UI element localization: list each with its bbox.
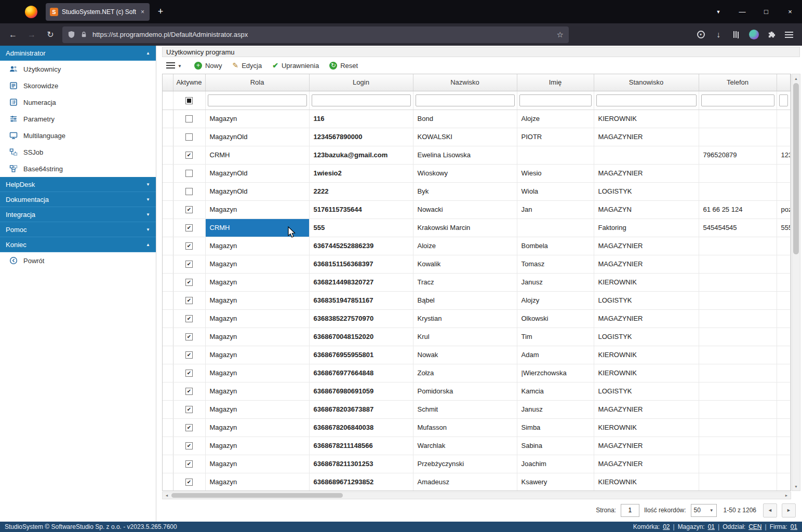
cell-stanowisko[interactable] [594, 146, 699, 164]
table-row[interactable]: MagazynOld1234567890000KOWALSKIPIOTRMAGA… [163, 128, 791, 146]
active-checkbox[interactable]: ✔ [185, 479, 193, 486]
new-button[interactable]: + Nowy [194, 62, 222, 70]
cell-nazwisko[interactable]: Ewelina Lisowska [413, 146, 517, 164]
table-row[interactable]: ✔Magazyn6368670048152020KrulTimLOGISTYK [163, 328, 791, 346]
cell-nazwisko[interactable]: Krakowski Marcin [413, 219, 517, 237]
table-row[interactable]: ✔Magazyn6368351947851167BąbelAlojzyLOGIS… [163, 291, 791, 309]
cell-imie[interactable] [517, 219, 594, 237]
grid-menu-button[interactable]: ▼ [164, 61, 184, 71]
cell-login[interactable]: 6368678211148566 [309, 436, 413, 455]
filter-stanowisko-input[interactable] [596, 94, 697, 106]
previous-page-button[interactable]: ◄ [763, 503, 777, 517]
cell-rola[interactable]: Magazyn [205, 455, 309, 473]
cell-stanowisko[interactable]: MAGAZYNIER [594, 255, 699, 273]
cell-stanowisko[interactable]: KIEROWNIK [594, 473, 699, 491]
cell-rola[interactable]: MagazynOld [205, 128, 309, 146]
cell-extra[interactable] [777, 473, 791, 491]
cell-rola[interactable]: Magazyn [205, 364, 309, 382]
cell-stanowisko[interactable]: MAGAZYNIER [594, 455, 699, 473]
active-checkbox[interactable]: ✔ [185, 370, 193, 377]
sidebar-item-skorowidze[interactable]: Skorowidze [0, 77, 156, 94]
sidebar-section-administrator[interactable]: Administrator ▲ [0, 46, 156, 61]
page-number-input[interactable] [621, 504, 639, 517]
cell-imie[interactable]: Olkowski [517, 309, 594, 328]
cell-rola[interactable]: Magazyn [205, 237, 309, 255]
cell-telefon[interactable] [699, 164, 777, 182]
cell-telefon[interactable] [699, 455, 777, 473]
cell-rola[interactable]: Magazyn [205, 436, 309, 455]
cell-rola[interactable]: Magazyn [205, 309, 309, 328]
cell-imie[interactable]: Alojzy [517, 291, 594, 309]
menu-hamburger-icon[interactable] [780, 26, 798, 43]
cell-login[interactable]: 5176115735644 [309, 200, 413, 219]
active-checkbox[interactable]: ✔ [185, 279, 193, 286]
cell-rola[interactable]: Magazyn [205, 255, 309, 273]
active-checkbox[interactable]: ✔ [185, 406, 193, 413]
cell-login[interactable]: 6368214498320727 [309, 273, 413, 291]
downloads-icon[interactable]: ↓ [710, 26, 727, 43]
cell-extra[interactable] [777, 128, 791, 146]
cell-login[interactable]: 6367445252886239 [309, 237, 413, 255]
cell-extra[interactable] [777, 237, 791, 255]
cell-telefon[interactable] [699, 273, 777, 291]
pocket-icon[interactable]: ▾ [692, 26, 710, 43]
cell-stanowisko[interactable]: Faktoring [594, 219, 699, 237]
sidebar-section-helpdesk[interactable]: HelpDesk ▼ [0, 177, 156, 192]
cell-extra[interactable] [777, 400, 791, 418]
cell-extra[interactable]: 123b [777, 146, 791, 164]
cell-telefon[interactable] [699, 400, 777, 418]
cell-stanowisko[interactable]: KIEROWNIK [594, 110, 699, 128]
scroll-down-icon[interactable]: ▼ [792, 482, 800, 490]
cell-telefon[interactable] [699, 346, 777, 364]
cell-stanowisko[interactable]: KIEROWNIK [594, 273, 699, 291]
cell-imie[interactable]: Tim [517, 328, 594, 346]
cell-imie[interactable]: Simba [517, 418, 594, 436]
cell-imie[interactable]: Janusz [517, 273, 594, 291]
column-header-extra[interactable] [777, 74, 791, 91]
active-checkbox[interactable]: ✔ [185, 333, 193, 340]
active-checkbox[interactable] [185, 170, 193, 177]
filter-nazwisko-input[interactable] [416, 94, 515, 106]
sidebar-item-numeracja[interactable]: Numeracja [0, 94, 156, 111]
cell-stanowisko[interactable]: KIEROWNIK [594, 346, 699, 364]
cell-nazwisko[interactable]: Nowacki [413, 200, 517, 219]
sidebar-item-ssjob[interactable]: SSJob [0, 144, 156, 160]
cell-login[interactable]: 6368151156368397 [309, 255, 413, 273]
browser-tab[interactable]: S StudioSystem.NET (c) Software × [46, 3, 150, 21]
table-row[interactable]: ✔Magazyn6368676955955801NowakAdamKIEROWN… [163, 346, 791, 364]
active-checkbox[interactable]: ✔ [185, 224, 193, 231]
lock-icon[interactable] [80, 31, 88, 38]
cell-extra[interactable] [777, 382, 791, 400]
cell-nazwisko[interactable]: Krul [413, 328, 517, 346]
sidebar-section-koniec[interactable]: Koniec ▲ [0, 237, 156, 252]
cell-stanowisko[interactable]: MAGAZYN [594, 200, 699, 219]
table-row[interactable]: ✔Magazyn6368678211301253PrzebżyczynskiJo… [163, 455, 791, 473]
cell-telefon[interactable] [699, 110, 777, 128]
cell-rola[interactable]: MagazynOld [205, 182, 309, 200]
oddzial-value[interactable]: CEN [748, 523, 761, 530]
cell-telefon[interactable] [699, 237, 777, 255]
sidebar-item-multilanguage[interactable]: Multilanguage [0, 127, 156, 144]
table-row[interactable]: ✔Magazyn6368678203673887SchmitJanuszMAGA… [163, 400, 791, 418]
scroll-up-icon[interactable]: ▲ [792, 74, 800, 83]
cell-imie[interactable]: PIOTR [517, 128, 594, 146]
horizontal-scrollbar[interactable]: ◄ ► [162, 492, 791, 499]
maximize-button[interactable]: □ [754, 0, 778, 23]
cell-login[interactable]: 2222 [309, 182, 413, 200]
bookmark-star-icon[interactable]: ☆ [557, 30, 564, 39]
column-header-rola[interactable]: Rola [205, 74, 309, 91]
close-button[interactable]: × [778, 0, 802, 23]
cell-login[interactable]: 6368676977664848 [309, 364, 413, 382]
cell-login[interactable]: 6368678203673887 [309, 400, 413, 418]
horizontal-scrollbar-thumb[interactable] [171, 493, 343, 498]
reload-button[interactable]: ↻ [42, 26, 59, 43]
cell-telefon[interactable]: 61 66 25 124 [699, 200, 777, 219]
vertical-scrollbar-thumb[interactable] [793, 83, 799, 254]
cell-nazwisko[interactable]: Kowalik [413, 255, 517, 273]
cell-extra[interactable] [777, 273, 791, 291]
cell-nazwisko[interactable]: Mufasson [413, 418, 517, 436]
cell-login[interactable]: 116 [309, 110, 413, 128]
cell-rola[interactable]: Magazyn [205, 346, 309, 364]
cell-nazwisko[interactable]: Bond [413, 110, 517, 128]
cell-extra[interactable] [777, 164, 791, 182]
